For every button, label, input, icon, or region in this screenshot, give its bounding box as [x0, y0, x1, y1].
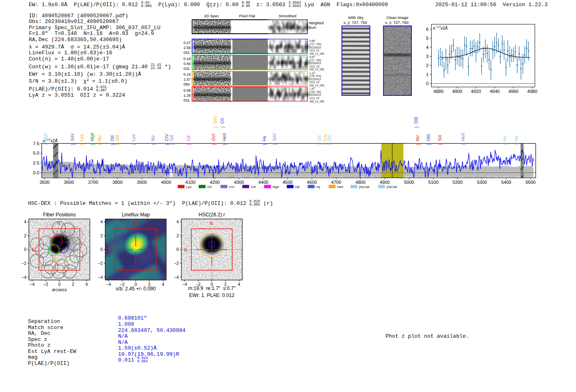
svg-text:s/b: 2.45 +/- 0.090: s/b: 2.45 +/- 0.090: [116, 286, 156, 292]
svg-text:4: 4: [162, 282, 164, 287]
svg-text:−2: −2: [174, 261, 179, 266]
svg-text:E: E: [32, 247, 35, 252]
svg-text:4: 4: [238, 282, 240, 287]
svg-text:−4: −4: [21, 275, 26, 280]
svg-text:m:19.9 re:1.7" s:0.7": m:19.9 re:1.7" s:0.7": [188, 285, 235, 291]
svg-text:−4: −4: [106, 282, 111, 287]
svg-text:4: 4: [100, 219, 103, 224]
svg-text:2: 2: [100, 233, 103, 238]
svg-text:0: 0: [24, 247, 26, 252]
svg-text:−4: −4: [98, 275, 103, 280]
svg-text:−4: −4: [30, 282, 35, 287]
svg-text:E: E: [108, 247, 111, 252]
svg-text:4: 4: [86, 282, 88, 287]
svg-text:4: 4: [177, 219, 179, 224]
svg-text:0: 0: [100, 247, 103, 252]
svg-text:2: 2: [177, 233, 179, 238]
svg-text:EWr: 1. PLAE: 0.012: EWr: 1. PLAE: 0.012: [189, 292, 235, 298]
svg-text:N: N: [133, 221, 137, 226]
svg-text:0: 0: [177, 247, 179, 252]
svg-text:Lineflux Map: Lineflux Map: [122, 212, 150, 218]
svg-text:−2: −2: [21, 261, 26, 266]
svg-text:4: 4: [24, 219, 26, 224]
svg-text:−4: −4: [174, 275, 179, 280]
svg-text:HSC(26.2) r: HSC(26.2) r: [199, 212, 225, 218]
svg-text:arcsecs: arcsecs: [52, 287, 67, 292]
svg-text:N: N: [209, 221, 213, 226]
svg-text:−4: −4: [182, 282, 187, 287]
svg-text:2: 2: [72, 282, 74, 287]
svg-text:2: 2: [24, 233, 26, 238]
svg-text:Fiber Positions: Fiber Positions: [43, 212, 76, 218]
svg-text:−2: −2: [43, 282, 48, 287]
svg-text:0: 0: [58, 282, 60, 287]
svg-text:−2: −2: [98, 261, 103, 266]
svg-text:N: N: [57, 221, 60, 226]
